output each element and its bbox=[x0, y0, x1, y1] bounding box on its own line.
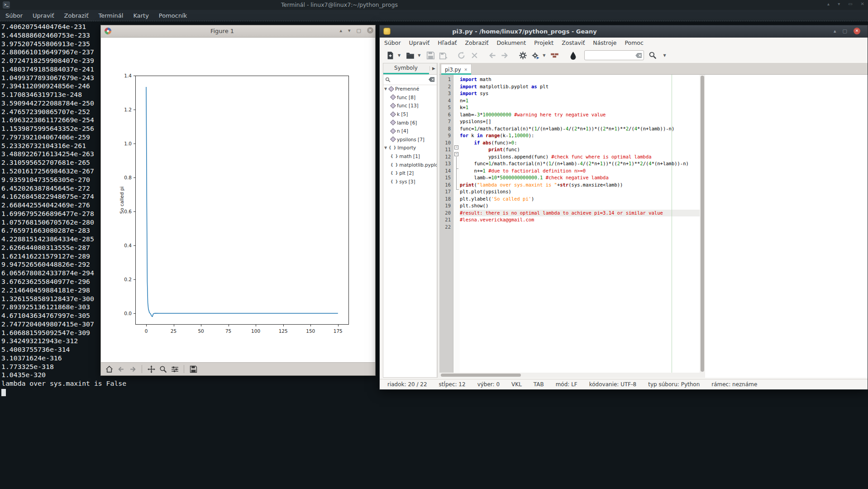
code-line: import sys bbox=[460, 90, 689, 97]
fold-line-tick bbox=[456, 168, 458, 169]
close-document-icon[interactable] bbox=[471, 50, 478, 61]
save-icon[interactable] bbox=[189, 364, 198, 374]
terminal-menu-item[interactable]: Terminál bbox=[99, 12, 124, 19]
tree-item[interactable]: { }sys [3] bbox=[383, 177, 437, 186]
tree-item[interactable]: n [4] bbox=[383, 127, 437, 135]
code-line: print(func) bbox=[460, 146, 689, 153]
pan-icon[interactable] bbox=[147, 364, 156, 374]
tab-pi3py[interactable]: pi3.py ✕ bbox=[441, 64, 472, 75]
find-icon[interactable] bbox=[649, 50, 657, 61]
save-all-icon[interactable] bbox=[439, 50, 448, 61]
namespace-icon: { } bbox=[391, 154, 398, 158]
matplotlib-logo-icon bbox=[105, 28, 111, 34]
open-file-icon[interactable] bbox=[406, 50, 415, 61]
tree-item[interactable]: k [5] bbox=[383, 110, 437, 119]
horizontal-scrollbar-thumb[interactable] bbox=[441, 374, 521, 377]
figure-shade-icon[interactable]: ▴ bbox=[340, 28, 343, 34]
terminal-menu-item[interactable]: Upraviť bbox=[33, 12, 54, 19]
terminal-maximize-icon[interactable]: ▭ bbox=[848, 1, 852, 6]
navigate-forward-icon[interactable] bbox=[501, 50, 509, 61]
y-tick-label: 0.6 bbox=[121, 209, 132, 214]
color-chooser-icon[interactable] bbox=[569, 50, 577, 61]
geany-menu-item[interactable]: Dokument bbox=[496, 39, 526, 46]
geany-menu-item[interactable]: Upraviť bbox=[409, 39, 430, 46]
symbol-search-row[interactable] bbox=[383, 75, 437, 85]
expander-icon[interactable]: ▼ bbox=[383, 146, 389, 150]
fold-marker[interactable]: − bbox=[454, 145, 458, 149]
figure-titlebar[interactable]: Figure 1 ▴ ▾ ▢ ✕ bbox=[101, 25, 375, 38]
editor-tabbar: pi3.py ✕ bbox=[439, 63, 868, 75]
compile-icon[interactable] bbox=[519, 50, 527, 61]
figure-close-icon[interactable]: ✕ bbox=[367, 27, 373, 34]
vertical-scrollbar-thumb[interactable] bbox=[701, 76, 704, 372]
geany-title: pi3.py - /home/linux7/python_progs - Gea… bbox=[407, 28, 642, 35]
goto-line-caret[interactable]: ▼ bbox=[663, 53, 666, 58]
code-line: for k in range(k-1,10000): bbox=[460, 132, 689, 139]
terminal-cursor bbox=[1, 389, 6, 396]
geany-menu-item[interactable]: Projekt bbox=[534, 39, 553, 46]
tree-item[interactable]: func [8] bbox=[383, 93, 437, 102]
tab-close-icon[interactable]: ✕ bbox=[464, 67, 468, 72]
new-document-icon[interactable] bbox=[386, 50, 395, 61]
terminal-menu-item[interactable]: Pomocník bbox=[159, 12, 187, 19]
zoom-icon[interactable] bbox=[158, 364, 167, 374]
tree-item[interactable]: func [13] bbox=[383, 101, 437, 110]
geany-menu-item[interactable]: Pomoc bbox=[625, 39, 643, 46]
revert-icon[interactable] bbox=[457, 50, 466, 61]
geany-menu-item[interactable]: Nástroje bbox=[593, 39, 616, 46]
figure-minimize-icon[interactable]: ▾ bbox=[348, 28, 351, 34]
home-icon[interactable] bbox=[105, 364, 114, 374]
geany-menu-item[interactable]: Zobraziť bbox=[465, 39, 489, 46]
tree-group-imports[interactable]: ▼{ }Importy bbox=[383, 144, 437, 152]
terminal-close-icon[interactable]: ✕ bbox=[861, 1, 864, 6]
figure-maximize-icon[interactable]: ▢ bbox=[357, 28, 361, 34]
clear-symbol-search-icon[interactable] bbox=[429, 77, 435, 82]
subplots-icon[interactable] bbox=[170, 364, 179, 374]
tree-item[interactable]: { }math [1] bbox=[383, 152, 437, 161]
terminal-minimize-icon[interactable]: ▾ bbox=[838, 1, 840, 6]
build-menu-caret[interactable]: ▼ bbox=[543, 53, 545, 58]
code-line: n+=1 #due to factiorial definition n>=0 bbox=[460, 168, 689, 175]
geany-menu-item[interactable]: Zostaviť bbox=[562, 39, 585, 46]
tree-item[interactable]: { }plt [2] bbox=[383, 169, 437, 177]
terminal-menu-item[interactable]: Karty bbox=[133, 12, 148, 19]
tree-item[interactable]: { }matplotlib.pyplot [2] bbox=[383, 160, 437, 169]
clear-search-icon[interactable] bbox=[635, 53, 642, 58]
geany-titlebar[interactable]: pi3.py - /home/linux7/python_progs - Gea… bbox=[380, 25, 868, 38]
tree-item[interactable]: lamb [6] bbox=[383, 118, 437, 127]
execute-icon[interactable] bbox=[531, 50, 540, 61]
terminal-menu-item[interactable]: Súbor bbox=[5, 12, 23, 19]
variable-icon bbox=[390, 103, 396, 109]
geany-menu-item[interactable]: Hľadať bbox=[438, 39, 457, 46]
save-file-icon[interactable] bbox=[426, 50, 435, 61]
terminal-menu-item[interactable]: Zobraziť bbox=[64, 12, 89, 19]
code-area[interactable]: import mathimport matplotlib.pyplot as p… bbox=[460, 75, 700, 373]
y-tick-label: 1.2 bbox=[121, 107, 132, 112]
geany-menu-item[interactable]: Súbor bbox=[384, 39, 401, 46]
vertical-scrollbar[interactable] bbox=[700, 75, 705, 373]
open-file-menu-caret[interactable]: ▼ bbox=[418, 53, 420, 58]
forward-icon[interactable] bbox=[128, 364, 137, 374]
back-icon[interactable] bbox=[116, 364, 125, 374]
x-tick-label: 25 bbox=[167, 328, 181, 334]
new-document-menu-caret[interactable]: ▼ bbox=[398, 53, 401, 58]
geany-maximize-icon[interactable]: ▢ bbox=[843, 28, 847, 34]
geany-close-icon[interactable]: ✕ bbox=[854, 28, 860, 34]
geany-content: Symboly ▶ ▼Premennéfunc [8]func [13]k [5… bbox=[380, 63, 868, 378]
navigate-back-icon[interactable] bbox=[488, 50, 496, 61]
tab-symbols[interactable]: Symboly bbox=[383, 65, 429, 71]
code-line: func=1/math.factorial(n)*(1/(n+lamb)-4/(… bbox=[460, 160, 689, 168]
tree-group-variables[interactable]: ▼Premenné bbox=[383, 85, 437, 93]
tab-scroll-right-icon[interactable]: ▶ bbox=[429, 66, 435, 71]
tree-item[interactable]: ypsilons [7] bbox=[383, 135, 437, 144]
geany-shade-icon[interactable]: ▴ bbox=[834, 28, 836, 34]
build-icon[interactable] bbox=[550, 50, 559, 61]
terminal-titlebar[interactable]: >_ Terminál - linux7@linux7:~/python_pro… bbox=[0, 0, 868, 10]
code-line: print("lambda over sys.maxint is "+str(s… bbox=[460, 182, 689, 189]
horizontal-scrollbar[interactable] bbox=[439, 373, 705, 378]
fold-marker[interactable]: − bbox=[454, 152, 458, 156]
fold-line bbox=[456, 157, 457, 190]
variable-icon bbox=[390, 128, 396, 134]
terminal-shade-icon[interactable]: ▴ bbox=[827, 1, 830, 6]
search-input[interactable] bbox=[584, 50, 644, 60]
